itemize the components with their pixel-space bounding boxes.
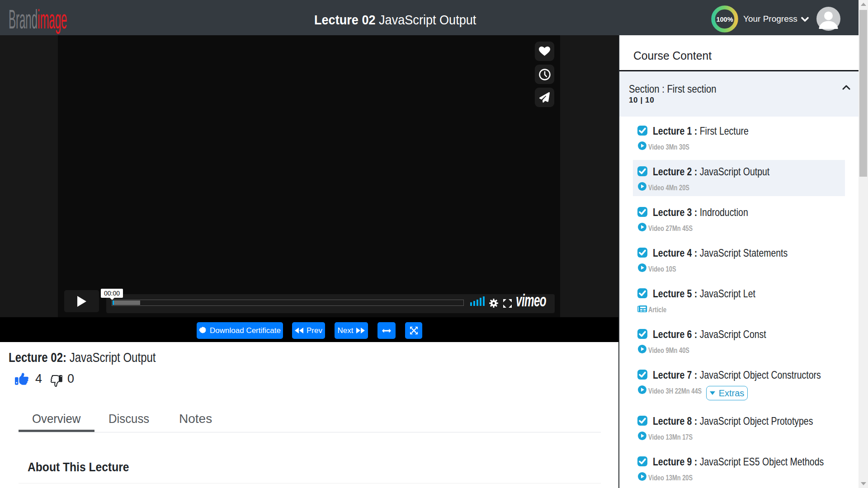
svg-text:100%: 100%	[716, 16, 733, 23]
